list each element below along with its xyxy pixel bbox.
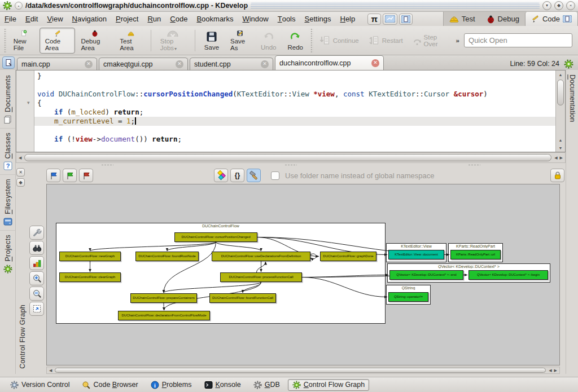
tab-cmakeqtgui-cpp[interactable]: cmakeqtgui.cpp ✕ xyxy=(99,58,188,70)
area-tab-code[interactable]: Code xyxy=(525,12,578,26)
code-line[interactable]: if (!view->document()) return; xyxy=(34,135,555,144)
menu-help[interactable]: Help xyxy=(336,12,360,26)
review-button[interactable] xyxy=(383,14,397,25)
documents-button[interactable] xyxy=(399,14,413,25)
redo-button[interactable]: Redo xyxy=(282,28,309,54)
editor-gutter[interactable]: ▾ xyxy=(16,71,34,152)
panel-splitter[interactable] xyxy=(16,163,566,167)
graph-node[interactable]: DUChainControlFlow::prepareContainers xyxy=(130,293,197,303)
horizontal-scroll-thumb[interactable] xyxy=(24,154,551,161)
tab-close-icon[interactable]: ✕ xyxy=(371,59,379,67)
sidebar-item-projects[interactable]: Projects xyxy=(0,231,15,278)
fit-to-view-icon[interactable] xyxy=(29,302,44,316)
tab-close-icon[interactable]: ✕ xyxy=(85,60,93,68)
area-tab-debug[interactable]: Debug xyxy=(481,12,525,26)
build-mode-button[interactable] xyxy=(247,169,261,182)
quick-open-input[interactable] xyxy=(464,33,572,47)
kdevelop-gear-icon[interactable] xyxy=(564,59,573,69)
menu-code[interactable]: Code xyxy=(165,12,192,26)
blue-flag-button[interactable] xyxy=(46,169,60,182)
statistics-chart-icon[interactable] xyxy=(29,256,44,270)
minimize-button[interactable]: ▾ xyxy=(542,1,551,10)
area-tab-test[interactable]: Test xyxy=(444,12,481,26)
tab-main-cpp[interactable]: main.cpp ✕ xyxy=(17,58,97,70)
code-line[interactable]: if (m_locked) return; xyxy=(34,108,555,117)
toolview-control-flow-graph[interactable]: Control Flow Graph xyxy=(288,379,369,391)
toolbar-overflow-button[interactable]: » xyxy=(452,32,464,49)
graph-node[interactable]: DUChainControlFlow::useDeclarationsFromD… xyxy=(212,252,310,261)
code-lines[interactable]: }void DUChainControlFlow::cursorPosition… xyxy=(34,71,555,152)
scroll-left-icon[interactable]: ◀ xyxy=(548,368,553,373)
tab-close-icon[interactable]: ✕ xyxy=(261,60,269,68)
graph-node[interactable]: DUChainControlFlow::declarationFromContr… xyxy=(118,311,210,320)
tab-duchaincontrolflow-cpp[interactable]: duchaincontrolflow.cpp ✕ xyxy=(275,55,384,70)
code-fold-icon[interactable]: ▾ xyxy=(27,100,30,105)
graph-node[interactable]: DUChainControlFlow::processFunctionCall xyxy=(220,272,302,282)
graph-node[interactable]: DUChainControlFlow::graphDone xyxy=(320,252,376,261)
menu-view[interactable]: View xyxy=(42,12,67,26)
code-line[interactable]: { xyxy=(34,99,555,108)
tab-student-cpp[interactable]: student.cpp ✕ xyxy=(190,58,273,70)
editor-vertical-scrollbar[interactable]: ▲ ▲ ▼ xyxy=(555,71,565,152)
use-folder-name-checkbox[interactable] xyxy=(271,171,279,180)
scroll-down-icon[interactable]: ▼ xyxy=(556,144,565,152)
menu-tools[interactable]: Tools xyxy=(273,12,300,26)
window-menu-button[interactable]: • xyxy=(15,2,23,10)
menu-window[interactable]: Window xyxy=(238,12,273,26)
red-flag-button[interactable] xyxy=(79,169,93,182)
toolbar-handle[interactable] xyxy=(310,29,313,52)
toolview-code-browser[interactable]: Code Browser xyxy=(77,379,142,391)
toolview-konsole[interactable]: Konsole xyxy=(200,379,246,391)
tab-close-icon[interactable]: ✕ xyxy=(176,60,183,68)
graph-node[interactable]: QString::operator!= xyxy=(388,292,428,302)
graph-canvas[interactable]: DUChainControlFlowKTextEditor::ViewKPart… xyxy=(47,184,559,365)
sidebar-item-filesystem[interactable]: Filesystem xyxy=(0,175,15,231)
graph-node[interactable]: DUChainControlFlow::newGraph xyxy=(59,252,121,261)
sidebar-item-classes[interactable]: Classes ? xyxy=(0,129,15,175)
maximize-button[interactable]: ◆ xyxy=(554,1,563,10)
code-area-button[interactable]: Code Area xyxy=(40,28,76,54)
graph-node[interactable]: QVector< KDevelop::DUContext* >::end xyxy=(389,270,463,280)
restart-button[interactable]: Restart xyxy=(364,32,408,49)
document-list-icon[interactable] xyxy=(2,56,15,69)
toolview-problems[interactable]: i Problems xyxy=(146,379,196,391)
scroll-right-icon[interactable]: ▶ xyxy=(553,368,558,373)
scroll-up-icon[interactable]: ▲ xyxy=(556,71,565,78)
menu-run[interactable]: Run xyxy=(143,12,165,26)
configure-wrench-icon[interactable] xyxy=(29,226,44,240)
use-folder-name-label[interactable]: Use folder name instead of global namesp… xyxy=(285,171,435,180)
menu-project[interactable]: Project xyxy=(111,12,143,26)
close-button[interactable]: × xyxy=(566,1,575,10)
scroll-right-icon[interactable]: ▶ xyxy=(559,156,564,160)
save-button[interactable]: Save xyxy=(199,28,225,54)
graph-node[interactable]: DUChainControlFlow::foundFunctionCall xyxy=(209,293,276,303)
editor-horizontal-scrollbar[interactable]: ◀ ◀ ▶ xyxy=(16,152,566,163)
graph-node[interactable]: KParts::ReadOnlyPart::url xyxy=(450,250,501,259)
lock-view-button[interactable] xyxy=(550,169,564,182)
continue-button[interactable]: Continue xyxy=(314,32,364,49)
menu-bookmarks[interactable]: Bookmarks xyxy=(192,12,238,26)
debug-area-button[interactable]: Debug Area xyxy=(75,28,114,54)
vertical-scroll-thumb[interactable] xyxy=(557,80,564,105)
find-binoculars-icon[interactable] xyxy=(29,241,44,255)
code-line[interactable] xyxy=(34,126,555,135)
step-over-button[interactable]: Step Over xyxy=(408,32,452,49)
graph-node[interactable]: DUChainControlFlow::foundRootNode xyxy=(135,252,199,261)
code-line[interactable]: void DUChainControlFlow::cursorPositionC… xyxy=(34,90,555,99)
sidebar-item-documents[interactable]: Documents xyxy=(0,71,15,129)
scroll-left-icon[interactable]: ◀ xyxy=(17,156,23,160)
panel-float-icon[interactable]: ◆ xyxy=(16,178,25,187)
new-file-button[interactable]: New File xyxy=(8,28,40,54)
code-line[interactable]: } xyxy=(34,72,555,81)
scroll-left-icon[interactable]: ◀ xyxy=(553,156,558,160)
menu-settings[interactable]: Settings xyxy=(300,12,336,26)
scroll-up-icon[interactable]: ▲ xyxy=(556,136,565,144)
horizontal-scroll-thumb[interactable] xyxy=(55,368,546,373)
graph-node[interactable]: DUChainControlFlow::clearGraph xyxy=(59,272,121,282)
stop-jobs-button[interactable]: Stop Jobs▾ xyxy=(155,28,191,54)
green-flag-button[interactable] xyxy=(63,169,77,182)
toolview-version-control[interactable]: Version Control xyxy=(6,379,74,391)
toolview-gdb[interactable]: GDB xyxy=(249,379,284,391)
sidebar-item-documentation[interactable]: Documentation xyxy=(568,74,576,122)
braces-mode-button[interactable]: {} xyxy=(230,169,244,182)
